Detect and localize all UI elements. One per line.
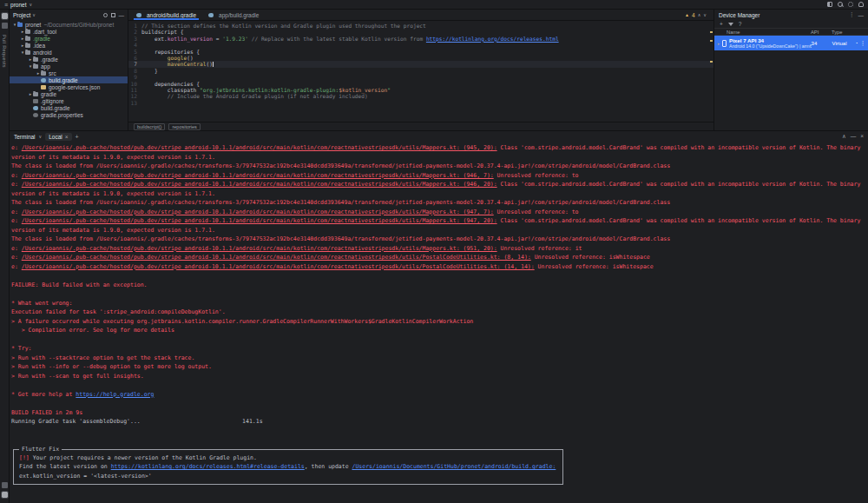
close-tab-icon[interactable]: × [65,134,69,140]
tree-item[interactable]: build.gradle [10,104,128,111]
minimize-panel-icon[interactable]: — [851,133,857,140]
terminal-link[interactable]: /Users/ioannis/.pub-cache/hosted/pub.dev… [22,217,497,224]
breadcrumb-repositories[interactable]: repositories [168,123,200,130]
editor-line[interactable]: 11 classpath "org.jetbrains.kotlin:kotli… [128,87,713,93]
terminal-line: Execution failed for task ':stripe_andro… [11,308,865,317]
terminal-link[interactable]: /Users/ioannis/.pub-cache/hosted/pub.dev… [22,172,494,179]
chevron-down-icon[interactable]: ∨ [39,134,43,139]
select-opened-file-icon[interactable] [103,13,108,17]
terminal-text: The class is loaded from /Users/ioannis/… [11,162,670,169]
terminal-link[interactable]: /Users/ioannis/Documents/GitHub/pronet/a… [352,463,556,470]
tab-android-build-gradle[interactable]: android/build.gradle [130,10,202,20]
editor-line[interactable]: 8 } [128,68,713,74]
code-token: () [207,61,213,67]
column-api[interactable]: API [811,30,832,35]
tab-app-build-gradle[interactable]: app/build.gradle [202,10,265,20]
terminal-link[interactable]: /Users/ioannis/.pub-cache/hosted/pub.dev… [22,144,497,151]
terminal-text: e: [11,208,22,215]
chevron-down-icon[interactable]: ∨ [703,12,707,17]
chevron-collapsed-icon[interactable]: ▸ [716,41,721,46]
tree-item[interactable]: ▸.gradle [10,56,128,63]
terminal-link[interactable]: https://kotlinlang.org/docs/releases.htm… [111,463,305,470]
editor-line[interactable]: 6 google() [128,55,713,61]
tree-item[interactable]: gradle.properties [10,111,128,118]
terminal-line [11,427,865,436]
help-icon[interactable]: ? [739,21,742,27]
warning-mark-icon[interactable] [710,31,713,33]
terminal-link[interactable]: /Users/ioannis/.pub-cache/hosted/pub.dev… [22,254,531,261]
chevron-up-icon[interactable]: ∧ [842,133,846,140]
code-token: ext. [141,36,168,42]
column-type[interactable]: Type [832,30,868,35]
inspections-widget[interactable]: ▲ 4 ∧ ∨ [685,10,713,20]
terminal-body[interactable]: e: /Users/ioannis/.pub-cache/hosted/pub.… [10,142,868,503]
terminal-link[interactable]: https://help.gradle.org [76,391,154,398]
warning-mark-icon[interactable] [710,61,713,63]
close-panel-icon[interactable]: × [860,133,864,140]
terminal-text: * Try: [11,345,31,352]
terminal-tab-local[interactable]: Local × [45,133,71,141]
terminal-line: > Run with --scan to get full insights. [11,372,865,381]
virtual-device-icon [722,40,727,47]
editor-line[interactable]: 7 mavenCentral() [128,61,713,67]
code-link[interactable]: https://kotlinlang.org/docs/releases.htm… [426,36,559,42]
hide-panel-icon[interactable]: — [119,12,125,18]
chevron-up-icon[interactable]: ∧ [698,12,701,17]
tree-item[interactable]: ▾pronet~/Documents/GitHub/pronet [10,21,128,28]
add-device-icon[interactable]: + [720,21,723,27]
editor-error-stripe[interactable] [709,21,713,122]
tree-item[interactable]: .gitignore [10,97,128,104]
pull-requests-toolwindow-label[interactable]: Pull Requests [2,35,7,68]
commit-toolwindow-icon[interactable] [2,23,8,29]
line-number: 7 [128,61,141,67]
code-token: repositories { [141,49,200,55]
project-panel-header: Project ∨ — [10,10,128,20]
editor-line[interactable]: 4 [128,42,713,48]
tree-item[interactable]: ▾app [10,63,128,69]
version-control-toolwindow-icon[interactable] [2,482,8,488]
terminal-link[interactable]: /Users/ioannis/.pub-cache/hosted/pub.dev… [22,208,494,215]
editor-line[interactable]: 10 dependencies { [128,81,713,87]
project-widget[interactable]: pronet [10,2,26,8]
filter-devices-icon[interactable] [728,23,733,26]
terminal-text: e: [11,217,22,224]
device-row[interactable]: ▸ Pixel 7 API 34 Android 14.0 ("UpsideDo… [714,36,868,50]
collapse-all-icon[interactable] [111,13,115,17]
editor-line[interactable]: 5 repositories { [128,49,713,55]
notifications-icon[interactable] [858,2,864,7]
new-terminal-icon[interactable]: + [76,134,79,140]
tree-item[interactable]: ▸gradle [10,90,128,97]
search-icon[interactable] [838,2,843,7]
tree-item[interactable]: ▸.dart_tool [10,28,128,35]
breadcrumb-buildscript[interactable]: buildscript() [134,123,165,130]
terminal-toolwindow-icon[interactable] [2,492,8,498]
tree-item[interactable]: build.gradle [10,76,128,83]
tree-item[interactable]: google-services.json [10,83,128,90]
editor-line[interactable]: 2buildscript { [128,29,713,35]
editor-code[interactable]: 1// This section defines the Kotlin vers… [128,21,713,122]
tree-item[interactable]: ▸.idea [10,42,128,49]
terminal-link[interactable]: /Users/ioannis/.pub-cache/hosted/pub.dev… [22,263,535,270]
terminal-link[interactable]: /Users/ioannis/.pub-cache/hosted/pub.dev… [22,181,497,188]
terminal-link[interactable]: /Users/ioannis/.pub-cache/hosted/pub.dev… [22,245,497,252]
main-menu-icon[interactable]: ≡ [4,2,8,8]
column-name[interactable]: Name [714,30,811,35]
editor-line[interactable]: 9 [128,74,713,80]
layout-icon[interactable] [827,2,832,7]
terminal-text: e: [11,144,22,151]
editor-line[interactable]: 3 ext.kotlin_version = '1.9.23' // Repla… [128,36,713,42]
settings-icon[interactable] [848,2,853,7]
editor-line[interactable]: 12 // Include the Android Gradle plugin … [128,93,713,99]
project-toolwindow-icon[interactable] [2,13,8,19]
editor-line[interactable]: 13 [128,100,713,106]
hide-panel-icon[interactable]: — [858,12,865,18]
chevron-down-icon[interactable]: ∨ [32,12,36,17]
more-options-icon[interactable]: ⋮ [849,11,855,18]
tree-item[interactable]: ▸.gradle [10,35,128,42]
editor-line[interactable]: 1// This section defines the Kotlin vers… [128,23,713,29]
warning-mark-icon[interactable] [710,40,713,42]
tree-item[interactable]: ▸src [10,69,128,76]
terminal-line: * What went wrong: [11,299,865,308]
device-actions-icon[interactable]: ⋮ [859,40,866,47]
tree-item[interactable]: ▾android [10,49,128,56]
